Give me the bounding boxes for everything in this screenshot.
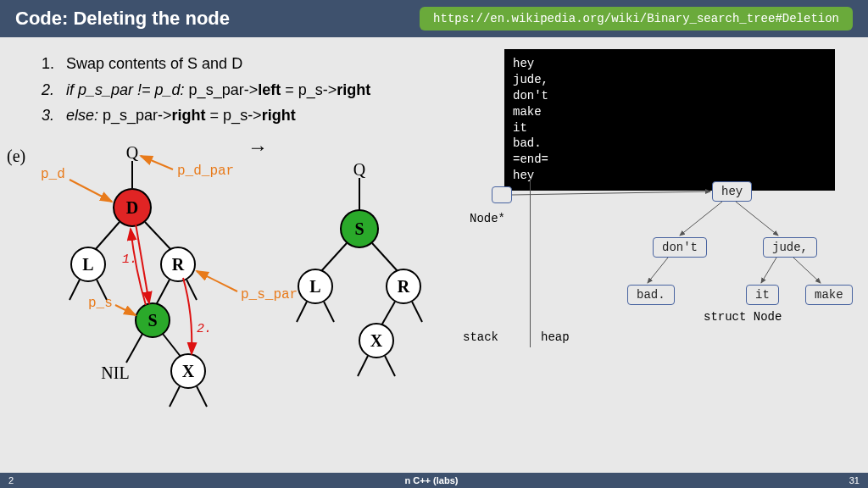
label-ps: p_s (88, 296, 113, 311)
terminal-line: don't (513, 88, 826, 104)
step-text: p_s_par-> (98, 107, 172, 124)
svg-line-28 (297, 302, 307, 322)
heap-node: don't (653, 237, 707, 258)
node-nil: NIL (101, 363, 129, 382)
svg-line-2 (736, 202, 778, 236)
memory-diagram: stack heap Node* struct Node hey don't j… (492, 176, 865, 354)
step-text: p_s_par-> (185, 81, 259, 98)
node-l: L (309, 277, 320, 296)
footer-left: 2 (8, 475, 14, 485)
svg-line-14 (156, 280, 170, 305)
heap-node: hey (712, 181, 752, 202)
svg-line-4 (761, 258, 776, 283)
step-num: 3. (34, 103, 54, 129)
node-x: X (182, 362, 195, 380)
terminal-line: make (513, 104, 826, 120)
step-strong: right (172, 107, 206, 124)
node-l: L (82, 255, 93, 274)
heap-node: make (805, 285, 853, 305)
step-text: = p_s-> (206, 107, 262, 124)
svg-line-33 (358, 356, 368, 376)
reference-link[interactable]: https://en.wikipedia.org/wiki/Binary_sea… (420, 7, 853, 30)
heap-node: it (746, 285, 779, 305)
node-q: Q (126, 143, 139, 162)
step-text: Swap contents of S and D (66, 55, 242, 72)
terminal-line: it (513, 120, 826, 136)
step-strong: left (258, 81, 281, 98)
tree-diagram: Q D L R S NIL X → Q S L R X p_d p_d_par … (3, 136, 504, 474)
arrow-icon: → (248, 136, 268, 158)
svg-line-17 (126, 334, 142, 363)
svg-line-3 (648, 258, 668, 283)
label-pdpar: p_d_par (177, 164, 234, 179)
footer-bar: 2 n C++ (labs) 31 (0, 473, 868, 488)
heap-node: bad. (627, 285, 675, 305)
step-strong: right (337, 81, 370, 98)
footer-right: 31 (849, 475, 860, 485)
terminal-line: hey (513, 56, 826, 72)
svg-line-0 (512, 191, 710, 195)
svg-line-20 (170, 386, 180, 407)
svg-line-30 (412, 302, 422, 322)
svg-line-12 (70, 280, 80, 300)
node-q: Q (353, 160, 366, 179)
node-x: X (370, 331, 383, 350)
step-num: 1. (34, 51, 54, 77)
node-s: S (354, 219, 364, 238)
terminal-line: jude, (513, 72, 826, 88)
svg-line-29 (324, 302, 334, 322)
stack-heap-divider (530, 178, 531, 347)
node-d: D (126, 198, 138, 217)
page-title: Code: Deleting the node (15, 8, 230, 30)
step-text: else: (66, 107, 98, 124)
heap-label: heap (541, 330, 570, 344)
step-text: if p_s_par != p_d: (66, 81, 185, 98)
svg-line-8 (95, 222, 120, 250)
label-pd: p_d (41, 167, 65, 182)
svg-line-25 (372, 243, 398, 271)
terminal-line: =end= (513, 152, 826, 168)
footer-mid: n C++ (labs) (404, 475, 458, 485)
step-num: 2. (34, 77, 54, 103)
terminal-line: bad. (513, 136, 826, 152)
node-r: R (172, 255, 185, 274)
svg-line-9 (145, 222, 171, 250)
label-step2: 2. (197, 322, 212, 336)
struct-label: struct Node (704, 310, 782, 324)
svg-line-31 (381, 302, 395, 325)
svg-line-5 (793, 258, 821, 283)
svg-line-34 (385, 356, 395, 376)
label-pspar: p_s_par (241, 287, 298, 302)
svg-line-24 (321, 243, 347, 271)
algorithm-steps: 1.Swap contents of S and D 2.if p_s_par … (34, 51, 475, 129)
step-text: = p_s-> (281, 81, 337, 98)
svg-line-21 (197, 386, 207, 407)
terminal-output: hey jude, don't make it bad. =end= hey (504, 49, 835, 191)
node-s: S (147, 311, 157, 330)
svg-line-18 (163, 334, 181, 358)
step-strong: right (262, 107, 296, 124)
label-step1: 1. (122, 252, 137, 267)
svg-line-1 (680, 202, 722, 236)
node-r: R (398, 277, 410, 296)
heap-node: jude, (763, 237, 817, 258)
